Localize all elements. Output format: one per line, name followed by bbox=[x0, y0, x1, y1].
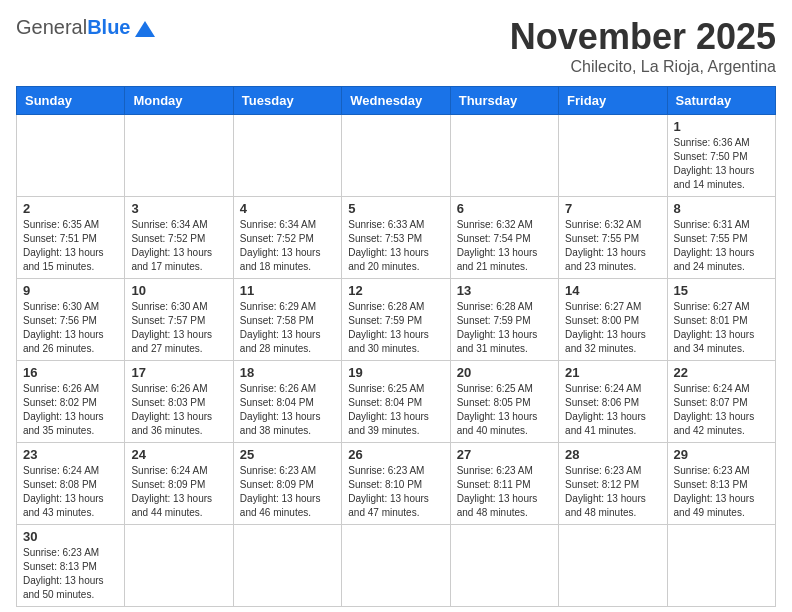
day-number: 2 bbox=[23, 201, 118, 216]
day-number: 18 bbox=[240, 365, 335, 380]
day-info: Sunrise: 6:24 AM Sunset: 8:08 PM Dayligh… bbox=[23, 464, 118, 520]
calendar-cell bbox=[450, 115, 558, 197]
weekday-header-saturday: Saturday bbox=[667, 87, 775, 115]
month-title: November 2025 bbox=[510, 16, 776, 58]
day-info: Sunrise: 6:30 AM Sunset: 7:56 PM Dayligh… bbox=[23, 300, 118, 356]
calendar-cell bbox=[342, 115, 450, 197]
day-number: 8 bbox=[674, 201, 769, 216]
day-number: 3 bbox=[131, 201, 226, 216]
calendar-cell: 1Sunrise: 6:36 AM Sunset: 7:50 PM Daylig… bbox=[667, 115, 775, 197]
calendar-cell bbox=[450, 525, 558, 607]
day-info: Sunrise: 6:25 AM Sunset: 8:05 PM Dayligh… bbox=[457, 382, 552, 438]
day-number: 11 bbox=[240, 283, 335, 298]
day-number: 16 bbox=[23, 365, 118, 380]
svg-marker-0 bbox=[135, 21, 155, 37]
day-info: Sunrise: 6:28 AM Sunset: 7:59 PM Dayligh… bbox=[457, 300, 552, 356]
calendar-cell bbox=[125, 115, 233, 197]
day-number: 23 bbox=[23, 447, 118, 462]
calendar-cell: 9Sunrise: 6:30 AM Sunset: 7:56 PM Daylig… bbox=[17, 279, 125, 361]
day-info: Sunrise: 6:33 AM Sunset: 7:53 PM Dayligh… bbox=[348, 218, 443, 274]
logo: General Blue bbox=[16, 16, 156, 39]
calendar-cell: 22Sunrise: 6:24 AM Sunset: 8:07 PM Dayli… bbox=[667, 361, 775, 443]
day-info: Sunrise: 6:26 AM Sunset: 8:03 PM Dayligh… bbox=[131, 382, 226, 438]
weekday-header-tuesday: Tuesday bbox=[233, 87, 341, 115]
day-info: Sunrise: 6:29 AM Sunset: 7:58 PM Dayligh… bbox=[240, 300, 335, 356]
day-number: 1 bbox=[674, 119, 769, 134]
day-info: Sunrise: 6:34 AM Sunset: 7:52 PM Dayligh… bbox=[240, 218, 335, 274]
calendar-cell: 8Sunrise: 6:31 AM Sunset: 7:55 PM Daylig… bbox=[667, 197, 775, 279]
day-number: 12 bbox=[348, 283, 443, 298]
calendar-cell: 16Sunrise: 6:26 AM Sunset: 8:02 PM Dayli… bbox=[17, 361, 125, 443]
calendar-cell bbox=[125, 525, 233, 607]
calendar-week-row: 30Sunrise: 6:23 AM Sunset: 8:13 PM Dayli… bbox=[17, 525, 776, 607]
calendar-cell: 5Sunrise: 6:33 AM Sunset: 7:53 PM Daylig… bbox=[342, 197, 450, 279]
day-info: Sunrise: 6:27 AM Sunset: 8:00 PM Dayligh… bbox=[565, 300, 660, 356]
day-info: Sunrise: 6:26 AM Sunset: 8:04 PM Dayligh… bbox=[240, 382, 335, 438]
day-info: Sunrise: 6:23 AM Sunset: 8:11 PM Dayligh… bbox=[457, 464, 552, 520]
calendar-cell: 29Sunrise: 6:23 AM Sunset: 8:13 PM Dayli… bbox=[667, 443, 775, 525]
day-number: 21 bbox=[565, 365, 660, 380]
day-number: 25 bbox=[240, 447, 335, 462]
day-info: Sunrise: 6:25 AM Sunset: 8:04 PM Dayligh… bbox=[348, 382, 443, 438]
day-info: Sunrise: 6:24 AM Sunset: 8:09 PM Dayligh… bbox=[131, 464, 226, 520]
day-number: 30 bbox=[23, 529, 118, 544]
calendar-cell: 15Sunrise: 6:27 AM Sunset: 8:01 PM Dayli… bbox=[667, 279, 775, 361]
day-info: Sunrise: 6:36 AM Sunset: 7:50 PM Dayligh… bbox=[674, 136, 769, 192]
calendar-cell: 20Sunrise: 6:25 AM Sunset: 8:05 PM Dayli… bbox=[450, 361, 558, 443]
calendar-cell: 23Sunrise: 6:24 AM Sunset: 8:08 PM Dayli… bbox=[17, 443, 125, 525]
calendar-cell: 18Sunrise: 6:26 AM Sunset: 8:04 PM Dayli… bbox=[233, 361, 341, 443]
day-info: Sunrise: 6:23 AM Sunset: 8:10 PM Dayligh… bbox=[348, 464, 443, 520]
weekday-header-row: SundayMondayTuesdayWednesdayThursdayFrid… bbox=[17, 87, 776, 115]
day-number: 19 bbox=[348, 365, 443, 380]
calendar-cell: 6Sunrise: 6:32 AM Sunset: 7:54 PM Daylig… bbox=[450, 197, 558, 279]
calendar-week-row: 1Sunrise: 6:36 AM Sunset: 7:50 PM Daylig… bbox=[17, 115, 776, 197]
day-number: 17 bbox=[131, 365, 226, 380]
title-block: November 2025 Chilecito, La Rioja, Argen… bbox=[510, 16, 776, 76]
calendar-cell: 7Sunrise: 6:32 AM Sunset: 7:55 PM Daylig… bbox=[559, 197, 667, 279]
day-number: 26 bbox=[348, 447, 443, 462]
day-number: 15 bbox=[674, 283, 769, 298]
calendar-cell: 2Sunrise: 6:35 AM Sunset: 7:51 PM Daylig… bbox=[17, 197, 125, 279]
logo-icon bbox=[134, 19, 156, 39]
day-info: Sunrise: 6:32 AM Sunset: 7:55 PM Dayligh… bbox=[565, 218, 660, 274]
day-info: Sunrise: 6:28 AM Sunset: 7:59 PM Dayligh… bbox=[348, 300, 443, 356]
day-info: Sunrise: 6:34 AM Sunset: 7:52 PM Dayligh… bbox=[131, 218, 226, 274]
calendar-cell: 11Sunrise: 6:29 AM Sunset: 7:58 PM Dayli… bbox=[233, 279, 341, 361]
day-info: Sunrise: 6:23 AM Sunset: 8:12 PM Dayligh… bbox=[565, 464, 660, 520]
calendar-cell: 13Sunrise: 6:28 AM Sunset: 7:59 PM Dayli… bbox=[450, 279, 558, 361]
location-subtitle: Chilecito, La Rioja, Argentina bbox=[510, 58, 776, 76]
day-info: Sunrise: 6:23 AM Sunset: 8:13 PM Dayligh… bbox=[674, 464, 769, 520]
day-number: 22 bbox=[674, 365, 769, 380]
calendar-week-row: 9Sunrise: 6:30 AM Sunset: 7:56 PM Daylig… bbox=[17, 279, 776, 361]
day-info: Sunrise: 6:23 AM Sunset: 8:13 PM Dayligh… bbox=[23, 546, 118, 602]
logo-general-text: General bbox=[16, 16, 87, 39]
calendar-week-row: 16Sunrise: 6:26 AM Sunset: 8:02 PM Dayli… bbox=[17, 361, 776, 443]
day-number: 5 bbox=[348, 201, 443, 216]
calendar-cell: 24Sunrise: 6:24 AM Sunset: 8:09 PM Dayli… bbox=[125, 443, 233, 525]
weekday-header-sunday: Sunday bbox=[17, 87, 125, 115]
weekday-header-thursday: Thursday bbox=[450, 87, 558, 115]
calendar-cell: 19Sunrise: 6:25 AM Sunset: 8:04 PM Dayli… bbox=[342, 361, 450, 443]
day-info: Sunrise: 6:26 AM Sunset: 8:02 PM Dayligh… bbox=[23, 382, 118, 438]
day-number: 28 bbox=[565, 447, 660, 462]
calendar-cell: 4Sunrise: 6:34 AM Sunset: 7:52 PM Daylig… bbox=[233, 197, 341, 279]
logo-blue-text: Blue bbox=[87, 16, 130, 39]
day-info: Sunrise: 6:27 AM Sunset: 8:01 PM Dayligh… bbox=[674, 300, 769, 356]
calendar-cell: 30Sunrise: 6:23 AM Sunset: 8:13 PM Dayli… bbox=[17, 525, 125, 607]
day-number: 10 bbox=[131, 283, 226, 298]
day-number: 13 bbox=[457, 283, 552, 298]
day-number: 14 bbox=[565, 283, 660, 298]
day-number: 20 bbox=[457, 365, 552, 380]
day-number: 29 bbox=[674, 447, 769, 462]
calendar-cell bbox=[559, 525, 667, 607]
day-info: Sunrise: 6:24 AM Sunset: 8:07 PM Dayligh… bbox=[674, 382, 769, 438]
calendar-week-row: 2Sunrise: 6:35 AM Sunset: 7:51 PM Daylig… bbox=[17, 197, 776, 279]
weekday-header-monday: Monday bbox=[125, 87, 233, 115]
calendar-cell: 10Sunrise: 6:30 AM Sunset: 7:57 PM Dayli… bbox=[125, 279, 233, 361]
day-number: 6 bbox=[457, 201, 552, 216]
day-info: Sunrise: 6:30 AM Sunset: 7:57 PM Dayligh… bbox=[131, 300, 226, 356]
calendar-cell: 12Sunrise: 6:28 AM Sunset: 7:59 PM Dayli… bbox=[342, 279, 450, 361]
day-number: 7 bbox=[565, 201, 660, 216]
calendar-cell: 3Sunrise: 6:34 AM Sunset: 7:52 PM Daylig… bbox=[125, 197, 233, 279]
day-info: Sunrise: 6:35 AM Sunset: 7:51 PM Dayligh… bbox=[23, 218, 118, 274]
